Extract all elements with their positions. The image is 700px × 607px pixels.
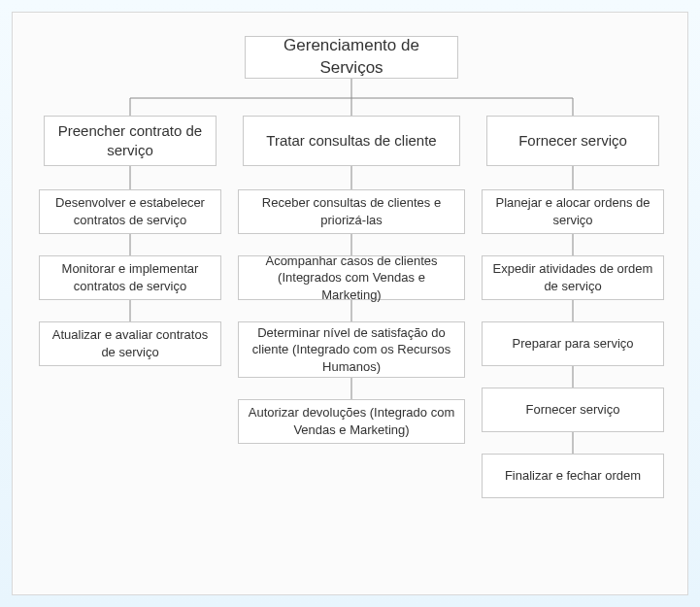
leaf-atualizar-contratos: Atualizar e avaliar contratos de serviço (39, 321, 221, 366)
leaf-text: Determinar nível de satisfação do client… (247, 324, 456, 376)
leaf-text: Desenvolver e estabelecer contratos de s… (48, 194, 213, 228)
root-node: Gerenciamento de Serviços (245, 36, 458, 79)
leaf-text: Preparar para serviço (513, 335, 634, 353)
leaf-receber-consultas: Receber consultas de clientes e priorizá… (238, 189, 465, 234)
leaf-planejar-ordens: Planejar e alocar ordens de serviço (482, 189, 664, 234)
leaf-expedir-atividades: Expedir atividades de ordem de serviço (482, 255, 664, 300)
leaf-acompanhar-casos: Acompanhar casos de clientes (Integrados… (238, 255, 465, 300)
leaf-text: Expedir atividades de ordem de serviço (490, 260, 655, 294)
leaf-text: Planejar e alocar ordens de serviço (490, 194, 655, 228)
leaf-finalizar-ordem: Finalizar e fechar ordem (482, 454, 664, 498)
branch-label: Tratar consultas de cliente (266, 131, 436, 151)
leaf-monitorar-contratos: Monitorar e implementar contratos de ser… (39, 255, 221, 300)
leaf-text: Acompanhar casos de clientes (Integrados… (247, 253, 456, 304)
leaf-autorizar-devolucoes: Autorizar devoluções (Integrado com Vend… (238, 399, 465, 444)
branch-label: Fornecer serviço (518, 131, 627, 151)
leaf-text: Finalizar e fechar ordem (505, 467, 641, 485)
connectors (13, 13, 687, 594)
branch-preencher-contrato: Preencher contrato de serviço (44, 116, 217, 166)
leaf-fornecer-servico-leaf: Fornecer serviço (482, 388, 664, 432)
branch-tratar-consultas: Tratar consultas de cliente (243, 116, 460, 166)
leaf-determinar-satisfacao: Determinar nível de satisfação do client… (238, 321, 465, 378)
leaf-text: Atualizar e avaliar contratos de serviço (48, 326, 213, 360)
leaf-text: Autorizar devoluções (Integrado com Vend… (247, 404, 456, 438)
leaf-text: Receber consultas de clientes e priorizá… (247, 194, 456, 228)
diagram-panel: Gerenciamento de Serviços Preencher cont… (12, 12, 688, 595)
leaf-text: Monitorar e implementar contratos de ser… (48, 260, 213, 294)
leaf-preparar-servico: Preparar para serviço (482, 321, 664, 366)
leaf-desenvolver-contratos: Desenvolver e estabelecer contratos de s… (39, 189, 221, 234)
branch-fornecer-servico: Fornecer serviço (486, 116, 659, 166)
leaf-text: Fornecer serviço (526, 401, 620, 419)
root-title: Gerenciamento de Serviços (253, 35, 450, 80)
branch-label: Preencher contrato de serviço (52, 121, 208, 161)
